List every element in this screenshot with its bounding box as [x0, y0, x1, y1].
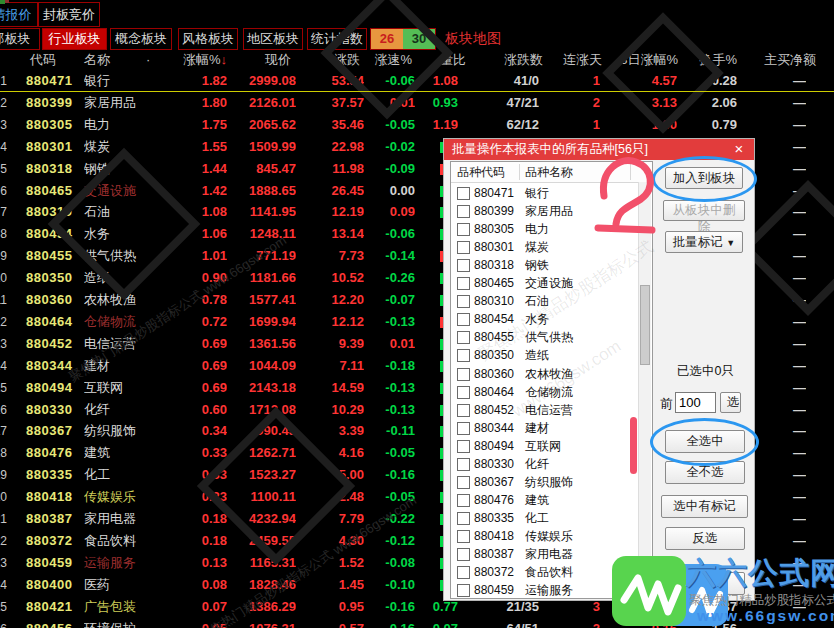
list-item[interactable]: 880335化工: [451, 509, 639, 527]
cell-num: 22: [0, 530, 7, 552]
checkbox[interactable]: [457, 368, 470, 381]
list-item[interactable]: 880344建材: [451, 419, 639, 437]
list-item-code: 880418: [474, 527, 514, 545]
col-symbol-code[interactable]: 品种代码: [457, 162, 505, 182]
liangbi-sliver: [440, 317, 443, 328]
checkbox[interactable]: [457, 422, 470, 435]
header-col-8[interactable]: 涨跌数: [468, 51, 543, 68]
cell-lzt: 2: [558, 92, 600, 114]
list-item-code: 880465: [474, 274, 514, 292]
batch-mark-label: 批量标记: [673, 235, 723, 249]
list-item-name: 钢铁: [525, 256, 549, 274]
sector-tab-2[interactable]: 行业板块: [42, 28, 107, 50]
checkbox[interactable]: [457, 548, 470, 561]
list-item[interactable]: 880494互联网: [451, 437, 639, 455]
checkbox[interactable]: [457, 530, 470, 543]
list-item[interactable]: 880476建筑: [451, 491, 639, 509]
checkbox[interactable]: [457, 476, 470, 489]
sector-tab-5[interactable]: 地区板块: [243, 28, 303, 50]
sector-tab-3[interactable]: 概念板块: [110, 28, 172, 50]
selected-row-underline: [0, 91, 834, 92]
list-item-name: 化纤: [525, 455, 549, 473]
checkbox[interactable]: [457, 584, 470, 597]
list-item-code: 880476: [474, 491, 514, 509]
checkbox[interactable]: [457, 386, 470, 399]
header-col-4[interactable]: 现价: [221, 51, 291, 68]
cell-zds: 64/51: [468, 618, 539, 628]
table-row[interactable]: 2880399家居用品1.802126.0137.570.010.9347/21…: [0, 92, 834, 114]
list-item-code: 880387: [474, 545, 514, 563]
cell-lzt: 2: [558, 618, 600, 628]
checkbox[interactable]: [457, 458, 470, 471]
cell-zf: 0.07: [167, 596, 227, 618]
select-marked-button[interactable]: 选中有标记: [661, 495, 748, 518]
checkbox[interactable]: [457, 277, 470, 290]
liangbi-sliver: [440, 558, 443, 569]
list-item-code: 880330: [474, 455, 514, 473]
sector-tab-4[interactable]: 风格板块: [178, 28, 238, 50]
liangbi-sliver: [440, 295, 443, 306]
checkbox[interactable]: [457, 331, 470, 344]
top-tab-1[interactable]: 情报价: [0, 2, 38, 27]
checkbox[interactable]: [457, 313, 470, 326]
cell-num: 3: [0, 114, 7, 136]
front-select-button[interactable]: 选: [720, 392, 741, 413]
cell-num: 11: [0, 289, 7, 311]
liangbi-sliver: [440, 448, 443, 459]
checkbox[interactable]: [457, 223, 470, 236]
sector-tab-1[interactable]: 部板块: [0, 28, 40, 50]
header-col-3[interactable]: 涨幅%↓: [167, 51, 227, 68]
top-tab-2[interactable]: 封板竞价: [38, 2, 100, 27]
checkbox[interactable]: [457, 566, 470, 579]
col-symbol-name[interactable]: 品种名称: [525, 162, 573, 182]
checkbox[interactable]: [457, 512, 470, 525]
cell-xj: 845.47: [221, 158, 296, 180]
batch-mark-dropdown[interactable]: 批量标记 ▼: [665, 231, 743, 253]
list-item-name: 传媒娱乐: [525, 527, 573, 545]
cell-code: 880421: [26, 596, 84, 618]
checkbox[interactable]: [457, 440, 470, 453]
cell-code: 880476: [26, 442, 84, 464]
list-item[interactable]: 880301煤炭: [451, 238, 639, 256]
checkbox[interactable]: [457, 259, 470, 272]
list-item-name: 家居用品: [525, 202, 573, 220]
header-col-9[interactable]: 连涨天: [552, 51, 602, 68]
header-col-1[interactable]: 代码: [30, 51, 80, 68]
front-count-input[interactable]: 100: [675, 392, 716, 413]
liangbi-sliver: [440, 470, 443, 481]
remove-from-board-button[interactable]: 从板块中删除: [663, 200, 745, 221]
cell-num: 14: [0, 355, 7, 377]
list-item-code: 880372: [474, 563, 514, 581]
checkbox[interactable]: [457, 187, 470, 200]
invert-selection-button[interactable]: 反选: [665, 527, 745, 550]
annotation-circle-select-all: [650, 418, 759, 466]
app-window: 聚焦热门精品炒股指标公式 www.66gsw.com 聚焦热门精品炒股指标公式 …: [0, 0, 834, 628]
liangbi-sliver: [440, 426, 443, 437]
checkbox[interactable]: [457, 349, 470, 362]
liangbi-sliver: [440, 580, 443, 591]
checkbox[interactable]: [457, 494, 470, 507]
cell-zs: -0.26: [353, 267, 415, 289]
liangbi-sliver: [440, 142, 443, 153]
list-item[interactable]: 880418传媒娱乐: [451, 527, 639, 545]
header-col-2[interactable]: 名称: [84, 51, 144, 68]
checkbox[interactable]: [457, 295, 470, 308]
header-sort-dot: ·: [146, 51, 156, 68]
header-col-12[interactable]: 主买净额: [748, 51, 816, 68]
cell-zs: -0.09: [353, 158, 415, 180]
table-row[interactable]: 3880305电力1.752065.6235.46-0.051.1962/121…: [0, 114, 834, 136]
checkbox[interactable]: [457, 241, 470, 254]
close-icon[interactable]: ×: [730, 139, 748, 160]
tab-board-map[interactable]: 板块地图: [445, 28, 501, 48]
checkbox[interactable]: [457, 404, 470, 417]
scrollbar-thumb[interactable]: [640, 285, 650, 365]
cell-num: 23: [0, 552, 7, 574]
list-item[interactable]: 880367纺织服饰: [451, 473, 639, 491]
checkbox[interactable]: [457, 205, 470, 218]
cell-zf: 0.18: [167, 530, 227, 552]
cell-num: 25: [0, 596, 7, 618]
cell-zmje: —: [744, 114, 806, 136]
list-item-code: 880344: [474, 419, 514, 437]
cell-zf: 0.69: [167, 377, 227, 399]
list-item[interactable]: 880330化纤: [451, 455, 639, 473]
